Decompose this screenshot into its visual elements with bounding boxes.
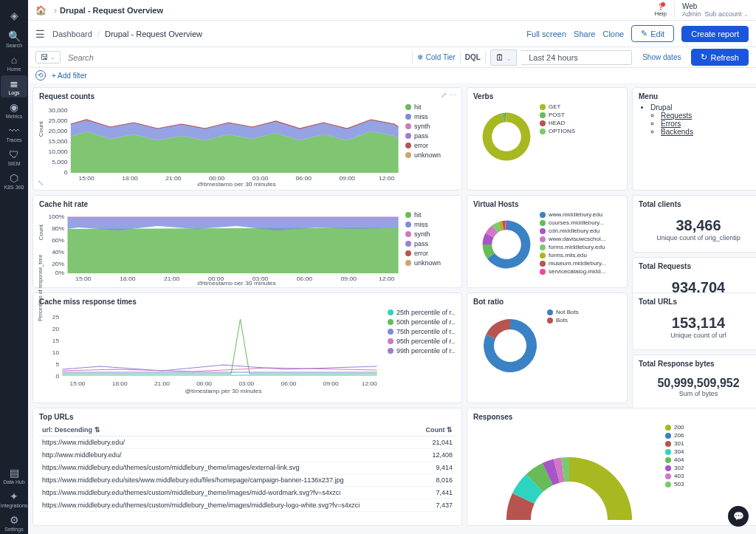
legend-item[interactable]: 403 [665,473,756,479]
legend-item[interactable]: 200 [665,424,756,431]
chevron-down-icon: ⌄ [50,54,55,61]
create-report-button[interactable]: Create report [681,26,749,42]
legend-item[interactable]: error [405,250,456,257]
panel-responses: Responses 200206301304404302403503 [467,408,756,526]
legend-item[interactable]: 206 [665,432,756,439]
sidebar-k8s[interactable]: ⬡K8S 360 [1,170,27,192]
legend-item[interactable]: hit [405,103,456,111]
legend-item[interactable]: pass [405,132,456,140]
metrics-icon: ◉ [8,101,20,113]
cold-tier-toggle[interactable]: ❄Cold Tier [417,53,456,61]
svg-text:09:00: 09:00 [323,380,339,387]
legend-item[interactable]: Bots [547,317,621,324]
legend-item[interactable]: www.davisuwcschol... [540,236,621,242]
share-link[interactable]: Share [574,30,595,38]
time-picker-button[interactable]: 🗓 ⌄ [490,49,517,66]
svg-text:15,000: 15,000 [48,138,68,145]
table-row[interactable]: https://www.middlebury.edu/themes/custom… [39,462,456,474]
legend-item[interactable]: forms.middlebury.edu [540,244,621,250]
add-filter-link[interactable]: + Add filter [52,72,87,80]
legend-item[interactable]: synth [405,123,456,130]
table-row[interactable]: https://www.middlebury.edu/21,041 [39,437,456,449]
sidebar-metrics[interactable]: ◉Metrics [1,99,27,121]
sidebar-siem[interactable]: 🛡SIEM [1,146,27,168]
legend-item[interactable]: pass [405,240,456,247]
menu-link-requests[interactable]: Requests [661,112,692,120]
legend-item[interactable]: 95th percentile of r... [388,338,456,345]
legend-item[interactable]: museum.middlebury... [540,260,621,267]
help-button[interactable]: ❓ Help [654,4,666,17]
inspect-icon[interactable]: ⤢ [441,91,447,99]
svg-text:18:00: 18:00 [122,175,138,182]
sidebar-logs[interactable]: ≣Logs [1,75,27,97]
legend-item[interactable]: forms.miis.edu [540,252,621,259]
legend-item[interactable]: Not Bots [547,309,621,315]
legend-item[interactable]: miss [405,221,456,228]
menu-toggle-icon[interactable]: ☰ [35,28,45,40]
sidebar-logo[interactable]: ◈ [1,4,27,27]
column-count[interactable]: Count ⇅ [411,424,456,437]
home-icon: ⌂ [8,54,20,66]
legend-item[interactable]: 75th percentile of r... [388,328,456,335]
dql-toggle[interactable]: DQL [465,53,481,61]
legend-item[interactable]: 25th percentile of r... [388,309,456,316]
search-input[interactable] [65,50,408,65]
page-title: Drupal - Request Overview [60,6,163,15]
table-row[interactable]: https://www.middlebury.edu/sites/www.mid… [39,474,456,487]
table-row[interactable]: https://www.middlebury.edu/themes/custom… [39,499,456,512]
panel-actions[interactable]: ⤢⋯ [441,91,457,99]
show-dates-link[interactable]: Show dates [642,53,681,61]
legend-item[interactable]: 99th percentile of r... [388,347,456,355]
legend-item[interactable]: 404 [665,456,756,463]
home-breadcrumb-icon[interactable]: 🏠 [35,5,47,16]
more-icon[interactable]: ⋯ [450,91,457,99]
legend-item[interactable]: miss [405,113,456,120]
database-icon: ▤ [8,467,20,479]
filter-options-icon[interactable]: ⟲ [35,70,46,81]
svg-text:100%: 100% [48,213,65,220]
fullscreen-link[interactable]: Full screen [526,30,566,38]
legend-item[interactable]: unknown [405,151,456,159]
legend-item[interactable]: 301 [665,440,756,447]
legend-item[interactable]: www.middlebury.edu [540,211,621,218]
sidebar-home[interactable]: ⌂Home [1,52,27,74]
legend-item[interactable]: POST [540,112,621,118]
legend-item[interactable]: 50th percentile of r... [388,318,456,326]
time-range-display[interactable]: Last 24 hours [521,50,632,65]
sidebar-integrations[interactable]: ✦Integrations [1,488,27,510]
legend-item[interactable]: OPTIONS [540,128,621,134]
menu-link-backends[interactable]: Backends [661,128,693,136]
legend-item[interactable]: HEAD [540,120,621,126]
saved-query-dropdown[interactable]: 🖫 ⌄ [35,51,61,64]
legend-item[interactable]: 302 [665,465,756,471]
sidebar-traces[interactable]: 〰Traces [1,123,27,145]
sidebar-search[interactable]: 🔍Search [1,28,27,50]
legend-item[interactable]: error [405,142,456,149]
legend-item[interactable]: servicecatalog.midd... [540,268,621,275]
account-selector[interactable]: Web Admin Sub account ⌄ [674,2,749,18]
panel-cache-miss: Cache miss response times Percentiles of… [32,292,462,403]
legend-item[interactable]: 503 [665,481,756,487]
legend-item[interactable]: unknown [405,259,456,267]
edit-button[interactable]: ✎Edit [631,25,674,42]
legend-item[interactable]: hit [405,211,456,219]
legend-item[interactable]: 304 [665,448,756,455]
legend-item[interactable]: synth [405,230,456,238]
table-row[interactable]: https://www.middlebury.edu/themes/custom… [39,487,456,499]
svg-text:18:00: 18:00 [120,275,136,282]
menu-link-errors[interactable]: Errors [661,120,681,128]
legend-item[interactable]: cdn.middlebury.edu [540,227,621,234]
panel-verbs: Verbs GETPOSTHEADOPTIONS [467,87,628,191]
table-row[interactable]: http://www.middlebury.edu/12,408 [39,449,456,462]
chat-widget[interactable]: 💬 [728,506,749,527]
legend-item[interactable]: courses.middlebury... [540,219,621,226]
sidebar-settings[interactable]: ⚙Settings [1,512,27,534]
refresh-button[interactable]: ↻Refresh [691,49,749,66]
expand-icon[interactable]: ⤡ [38,179,44,187]
column-url[interactable]: url: Descending ⇅ [39,424,411,437]
clone-link[interactable]: Clone [602,30,624,38]
legend-item[interactable]: GET [540,103,621,110]
svg-text:10,000: 10,000 [48,148,68,155]
svg-text:25: 25 [52,314,60,321]
sidebar-datahub[interactable]: ▤Data Hub [1,465,27,487]
